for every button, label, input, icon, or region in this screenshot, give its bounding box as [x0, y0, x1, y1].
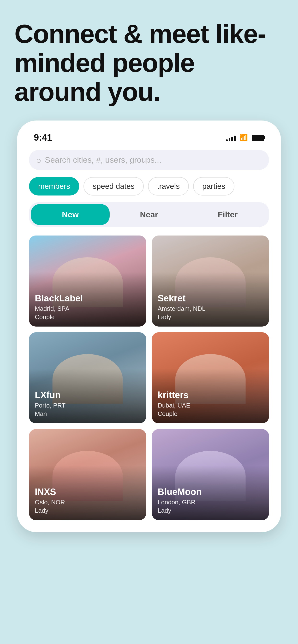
member-card-kritters[interactable]: kritters Dubai, UAE Couple	[152, 332, 269, 423]
member-card-info-lxfun: LXfun Porto, PRT Man	[35, 390, 66, 418]
status-bar: 9:41 📶	[29, 130, 269, 148]
member-location-blacklabel: Madrid, SPA	[35, 305, 83, 312]
phone-frame: 9:41 📶 ⌕ Search cities, #, users, groups…	[17, 120, 281, 532]
member-location-inxs: Oslo, NOR	[35, 498, 65, 506]
member-type-blacklabel: Couple	[35, 314, 83, 321]
search-bar[interactable]: ⌕ Search cities, #, users, groups...	[29, 150, 269, 170]
signal-bar-4	[234, 136, 236, 141]
filter-btn-new[interactable]: New	[31, 204, 110, 225]
signal-icon	[226, 134, 236, 141]
signal-bar-1	[226, 140, 228, 141]
member-type-lxfun: Man	[35, 410, 66, 418]
members-grid: BlackLabel Madrid, SPA Couple Sekret Ams…	[29, 236, 269, 520]
member-card-info-bluemoon: BlueMoon London, GBR Lady	[158, 487, 202, 514]
member-location-kritters: Dubai, UAE	[158, 402, 190, 409]
filter-btn-near[interactable]: Near	[110, 204, 188, 225]
status-time: 9:41	[34, 132, 52, 143]
status-icons: 📶	[226, 134, 264, 142]
battery-icon	[252, 135, 264, 141]
member-card-lxfun[interactable]: LXfun Porto, PRT Man	[29, 332, 146, 423]
member-name-sekret: Sekret	[158, 294, 205, 304]
member-location-lxfun: Porto, PRT	[35, 402, 66, 409]
member-name-bluemoon: BlueMoon	[158, 487, 202, 497]
member-type-kritters: Couple	[158, 410, 190, 418]
member-card-info-kritters: kritters Dubai, UAE Couple	[158, 390, 190, 418]
member-card-info-sekret: Sekret Amsterdam, NDL Lady	[158, 294, 205, 321]
category-tabs: members speed dates travels parties	[29, 177, 269, 196]
filter-row: New Near Filter	[29, 202, 269, 227]
member-location-bluemoon: London, GBR	[158, 498, 202, 506]
member-location-sekret: Amsterdam, NDL	[158, 305, 205, 312]
member-name-kritters: kritters	[158, 390, 190, 400]
signal-bar-2	[229, 138, 230, 141]
member-name-lxfun: LXfun	[35, 390, 66, 400]
tab-travels[interactable]: travels	[148, 177, 189, 196]
headline: Connect & meet like-minded people around…	[14, 19, 284, 106]
tab-speed-dates[interactable]: speed dates	[83, 177, 143, 196]
member-type-sekret: Lady	[158, 314, 205, 321]
member-name-inxs: INXS	[35, 487, 65, 497]
page-wrapper: Connect & meet like-minded people around…	[0, 0, 298, 644]
search-placeholder: Search cities, #, users, groups...	[45, 155, 162, 164]
member-card-sekret[interactable]: Sekret Amsterdam, NDL Lady	[152, 236, 269, 326]
tab-members[interactable]: members	[29, 177, 79, 196]
member-card-inxs[interactable]: INXS Oslo, NOR Lady	[29, 429, 146, 520]
signal-bar-3	[231, 137, 233, 141]
member-card-info-inxs: INXS Oslo, NOR Lady	[35, 487, 65, 514]
member-card-bluemoon[interactable]: BlueMoon London, GBR Lady	[152, 429, 269, 520]
member-type-inxs: Lady	[35, 507, 65, 514]
wifi-icon: 📶	[239, 134, 248, 142]
search-icon: ⌕	[36, 155, 41, 164]
member-card-blacklabel[interactable]: BlackLabel Madrid, SPA Couple	[29, 236, 146, 326]
member-type-bluemoon: Lady	[158, 507, 202, 514]
tab-parties[interactable]: parties	[193, 177, 234, 196]
member-card-info-blacklabel: BlackLabel Madrid, SPA Couple	[35, 294, 83, 321]
member-name-blacklabel: BlackLabel	[35, 294, 83, 304]
filter-btn-filter[interactable]: Filter	[188, 204, 267, 225]
